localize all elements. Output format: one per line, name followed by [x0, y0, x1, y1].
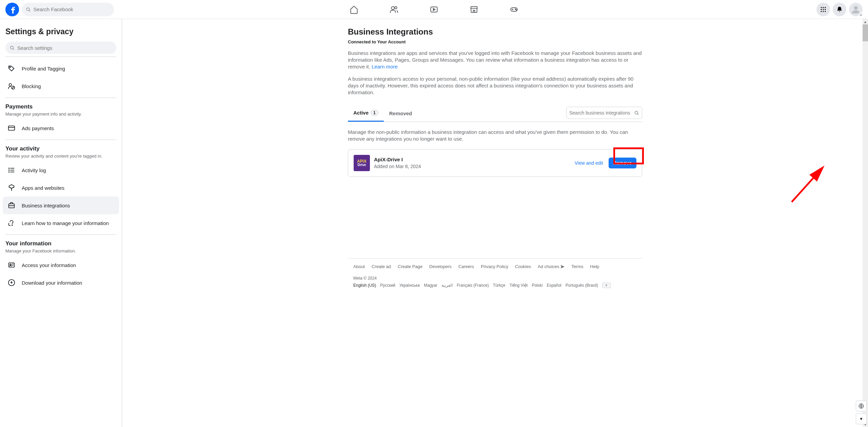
footer-lang[interactable]: Español	[547, 283, 561, 288]
search-biz-input[interactable]	[569, 110, 634, 116]
svg-point-25	[9, 84, 12, 86]
svg-point-1	[26, 8, 29, 11]
footer-lang[interactable]: Türkçe	[493, 283, 506, 288]
search-facebook-input[interactable]	[34, 6, 110, 12]
right-tools: ▼	[856, 401, 867, 424]
footer-lang[interactable]: Português (Brasil)	[566, 283, 598, 288]
svg-rect-39	[9, 263, 15, 267]
svg-point-4	[395, 6, 397, 8]
svg-point-35	[9, 172, 9, 172]
tab-active[interactable]: Active 1	[348, 104, 384, 122]
search-settings[interactable]	[5, 42, 116, 54]
learn-more-link[interactable]: Learn more	[372, 64, 398, 69]
id-icon	[5, 259, 18, 271]
footer-link[interactable]: Terms	[571, 264, 583, 269]
footer-link[interactable]: Cookies	[515, 264, 531, 269]
chevron-down-icon: ▼	[859, 416, 863, 421]
sidebar-item-blocking[interactable]: Blocking	[3, 77, 119, 95]
search-settings-input[interactable]	[17, 45, 112, 51]
nav-video[interactable]	[415, 1, 453, 18]
svg-point-12	[821, 7, 822, 8]
scrollbar-up-icon[interactable]: ▲	[863, 19, 868, 24]
integration-card: APiX Drive ApiX-Drive I Added on Mar 8, …	[348, 149, 642, 177]
sidebar-item-manage-info[interactable]: Learn how to manage your information	[3, 214, 119, 232]
nav-friends[interactable]	[375, 1, 413, 18]
integration-info: ApiX-Drive I Added on Mar 8, 2024	[374, 157, 421, 169]
svg-point-13	[823, 7, 824, 8]
footer-link[interactable]: About	[353, 264, 365, 269]
svg-point-22	[10, 46, 13, 49]
globe-button[interactable]	[856, 401, 867, 411]
svg-point-24	[9, 67, 11, 68]
account-button[interactable]: ⌄	[849, 3, 863, 16]
remove-button[interactable]: Remove	[609, 158, 636, 168]
main-content: Business Integrations Connected to Your …	[122, 19, 868, 427]
svg-line-27	[12, 87, 14, 89]
footer-link[interactable]: Create Page	[398, 264, 422, 269]
footer-link[interactable]: Careers	[458, 264, 474, 269]
search-icon	[9, 45, 15, 50]
sidebar-item-profile-tagging[interactable]: Profile and Tagging	[3, 60, 119, 77]
svg-point-44	[635, 111, 638, 114]
footer-lang[interactable]: Українська	[399, 283, 420, 288]
footer-link[interactable]: Developers	[429, 264, 452, 269]
footer-link[interactable]: Help	[590, 264, 599, 269]
chevron-down-icon: ⌄	[859, 12, 863, 17]
divider	[5, 57, 116, 57]
bell-icon	[836, 6, 843, 13]
lang-add-button[interactable]: +	[602, 283, 611, 288]
svg-marker-6	[433, 8, 435, 11]
nav-marketplace[interactable]	[455, 1, 493, 18]
svg-point-17	[825, 9, 826, 10]
view-edit-link[interactable]: View and edit	[575, 160, 603, 166]
page-title: Business Integrations	[348, 27, 642, 37]
sidebar-item-apps-websites[interactable]: Apps and websites	[3, 179, 119, 197]
dropdown-button[interactable]: ▼	[856, 413, 867, 424]
menu-button[interactable]	[816, 3, 830, 16]
footer-link[interactable]: Privacy Policy	[481, 264, 508, 269]
download-icon	[5, 277, 18, 289]
box-icon	[5, 182, 18, 194]
page-subtitle: Connected to Your Account	[348, 39, 642, 44]
search-facebook[interactable]	[22, 3, 114, 16]
footer-lang[interactable]: Tiếng Việt	[509, 283, 528, 288]
list-icon	[5, 164, 18, 176]
svg-line-47	[792, 168, 822, 202]
footer-link[interactable]: Ad choices	[538, 264, 565, 269]
tabs-row: Active 1 Removed	[348, 104, 642, 122]
sidebar-item-access-info[interactable]: Access your information	[3, 256, 119, 274]
briefcase-icon	[5, 199, 18, 211]
divider	[5, 140, 116, 140]
sidebar-item-ads-payments[interactable]: Ads payments	[3, 119, 119, 137]
nav-home[interactable]	[335, 1, 373, 18]
footer-lang[interactable]: English (US)	[353, 283, 376, 288]
footer-lang[interactable]: Français (France)	[457, 283, 489, 288]
svg-rect-28	[8, 126, 15, 130]
notifications-button[interactable]	[833, 3, 846, 16]
footer-lang[interactable]: Polski	[532, 283, 542, 288]
divider	[5, 98, 116, 98]
svg-point-3	[391, 6, 394, 9]
sidebar-item-download-info[interactable]: Download your information	[3, 274, 119, 291]
footer-lang[interactable]: العربية	[441, 283, 453, 288]
grid-icon	[820, 6, 827, 13]
footer-lang[interactable]: Magyar	[424, 283, 437, 288]
sidebar-item-activity-log[interactable]: Activity log	[3, 161, 119, 179]
nav-gaming[interactable]	[495, 1, 533, 18]
section-payments: Payments Manage your payment info and ac…	[3, 101, 119, 119]
svg-point-38	[12, 225, 13, 226]
svg-point-40	[10, 264, 11, 265]
scrollbar-thumb[interactable]	[863, 24, 868, 41]
footer-link[interactable]: Create ad	[372, 264, 391, 269]
integration-actions: View and edit Remove	[575, 158, 636, 168]
scrollbar[interactable]: ▲ ▼	[863, 19, 868, 427]
sidebar-item-business-integrations[interactable]: Business integrations	[3, 197, 119, 214]
svg-point-11	[516, 9, 516, 10]
footer-lang[interactable]: Русский	[380, 283, 395, 288]
section-info: Your information Manage your Facebook in…	[3, 238, 119, 256]
tab-removed[interactable]: Removed	[384, 105, 418, 121]
svg-point-16	[823, 9, 824, 10]
search-business-integrations[interactable]	[566, 107, 642, 119]
facebook-logo[interactable]	[5, 3, 19, 16]
tag-icon	[5, 62, 18, 75]
